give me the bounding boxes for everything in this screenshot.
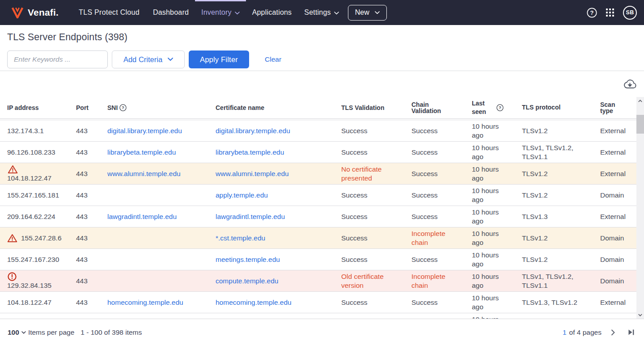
cell-scan-type: External [595,120,636,141]
sni-link[interactable]: www.alumni.temple.edu [107,170,181,178]
new-button[interactable]: New [348,5,387,21]
add-criteria-button[interactable]: Add Criteria [112,50,185,68]
sni-link[interactable]: homecoming.temple.edu [107,299,183,307]
cell-tls-protocol: TLSv1.2 [514,185,595,206]
certificate-link[interactable]: *.cst.temple.edu [216,234,265,242]
cell-tls-protocol: TLSv1.2 [514,120,595,141]
tls-validation-text: Success [341,255,368,264]
column-header-tls-validation[interactable]: TLS Validation [335,97,405,118]
certificate-link[interactable]: www.alumni.temple.edu [216,170,289,178]
certificate-link[interactable]: lawgradintl.temple.edu [216,213,285,221]
cell-tls-protocol: TLSv1, TLSv1.2, TLSv1.1 [514,270,595,291]
table-row[interactable]: 10 hours ago [0,313,636,319]
items-per-page-label: Items per page [28,328,74,337]
scroll-up-icon[interactable] [636,97,644,105]
scrollbar-thumb[interactable] [636,115,644,134]
cell-chain-validation: Success [405,142,465,163]
tls-validation-text: Old certificate version [341,272,398,290]
chevron-down-icon [375,11,380,14]
help-icon[interactable]: ? [119,104,127,111]
ip-address-text: 209.164.62.224 [7,213,55,221]
cell-chain-validation: Success [405,206,465,227]
cell-scan-type: Domain [595,227,636,248]
column-header-chain-validation[interactable]: Chain Validation [405,97,465,118]
column-header-label: TLS protocol [522,103,560,112]
nav-item-settings[interactable]: Settings [298,0,345,25]
certificate-link[interactable]: homecoming.temple.edu [216,299,292,307]
column-header-last-seen[interactable]: Last seen? [465,97,514,118]
keywords-input[interactable] [7,50,108,68]
next-page-icon[interactable] [611,329,615,336]
port-text: 443 [76,213,88,221]
brand-text: Venafi. [28,7,59,18]
column-header-sni[interactable]: SNI? [100,97,208,118]
clear-filter-link[interactable]: Clear [265,55,281,63]
column-header-label: SNI [107,105,118,111]
tls-validation-text: No certificate presented [341,165,398,182]
svg-text:?: ? [499,105,501,110]
last-seen-text: 10 hours ago [472,251,503,268]
table-header-row: IP addressPortSNI?Certificate nameTLS Va… [0,97,636,119]
last-seen-text: 10 hours ago [472,315,503,319]
table-row[interactable]: 132.174.3.1443digital.library.temple.edu… [0,120,636,141]
certificate-link[interactable]: meetings.temple.edu [216,256,280,264]
page-size-select[interactable]: 100 [8,328,26,337]
current-page[interactable]: 1 [563,328,567,337]
cell-port: 443 [68,142,100,163]
table-row[interactable]: 104.18.122.47443homecoming.temple.eduhom… [0,291,636,313]
ip-address-text: 155.247.167.230 [7,256,59,264]
apply-filter-button[interactable]: Apply Filter [189,50,249,68]
table-row[interactable]: 104.18.122.47443www.alumni.temple.eduwww… [0,163,636,184]
table-row[interactable]: 155.247.165.181443apply.temple.eduSucces… [0,184,636,206]
column-header-port[interactable]: Port [68,97,100,118]
certificate-link[interactable]: apply.temple.edu [216,191,268,199]
sni-link[interactable]: librarybeta.temple.edu [107,148,176,156]
last-page-icon[interactable] [628,329,634,335]
warning-icon [8,165,18,174]
port-text: 443 [76,191,88,199]
table-row[interactable]: 129.32.84.135443compute.temple.eduOld ce… [0,270,636,291]
cell-last-seen: 10 hours ago [465,227,514,248]
cell-sni [100,270,208,291]
column-header-tls-protocol[interactable]: TLS protocol [514,97,595,118]
sni-link[interactable]: digital.library.temple.edu [107,127,182,135]
cell-port: 443 [68,292,100,313]
chain-validation-text: Incomplete chain [411,272,452,290]
nav-item-label: Applications [252,8,292,17]
table-row[interactable]: 96.126.108.233443librarybeta.temple.edul… [0,141,636,163]
cell-chain-validation [405,313,465,319]
ip-address-text: 132.174.3.1 [7,127,44,135]
table-row[interactable]: 155.247.28.6443*.cst.temple.eduSuccessIn… [0,227,636,248]
column-header-certificate-name[interactable]: Certificate name [208,97,335,118]
cell-tls-validation: Old certificate version [335,270,405,291]
chain-validation-text: Success [411,298,438,307]
add-criteria-label: Add Criteria [123,55,162,64]
certificate-link[interactable]: digital.library.temple.edu [216,127,290,135]
page-head: TLS Server Endpoints (398) Add Criteria … [0,32,644,68]
certificate-link[interactable]: compute.temple.edu [216,277,278,285]
cell-sni: www.alumni.temple.edu [100,163,208,184]
ip-address-text: 104.18.122.47 [7,174,51,182]
table-row[interactable]: 209.164.62.224443lawgradintl.temple.edul… [0,206,636,227]
cell-port: 443 [68,185,100,206]
help-icon[interactable]: ? [587,8,597,18]
scroll-down-icon[interactable] [636,311,644,319]
table-row[interactable]: 155.247.167.230443meetings.temple.eduSuc… [0,248,636,270]
column-header-scan-type[interactable]: Scan type [595,97,636,118]
vertical-scrollbar[interactable] [636,97,644,319]
cell-sni: digital.library.temple.edu [100,120,208,141]
nav-item-dashboard[interactable]: Dashboard [147,0,195,25]
cell-tls-protocol: TLSv1.3 [514,206,595,227]
app-grid-icon[interactable] [606,8,614,17]
nav-item-inventory[interactable]: Inventory [195,0,246,25]
column-header-ip-address[interactable]: IP address [0,97,68,118]
avatar[interactable]: SB [623,6,637,20]
help-icon[interactable]: ? [496,104,504,111]
sni-link[interactable]: lawgradintl.temple.edu [107,213,177,221]
page-title: TLS Server Endpoints (398) [7,32,637,43]
certificate-link[interactable]: librarybeta.temple.edu [216,148,284,156]
venafi-logo[interactable]: Venafi. [11,7,59,18]
nav-item-applications[interactable]: Applications [246,0,298,25]
cloud-download-icon[interactable] [623,79,636,89]
cell-scan-type: External [595,142,636,163]
